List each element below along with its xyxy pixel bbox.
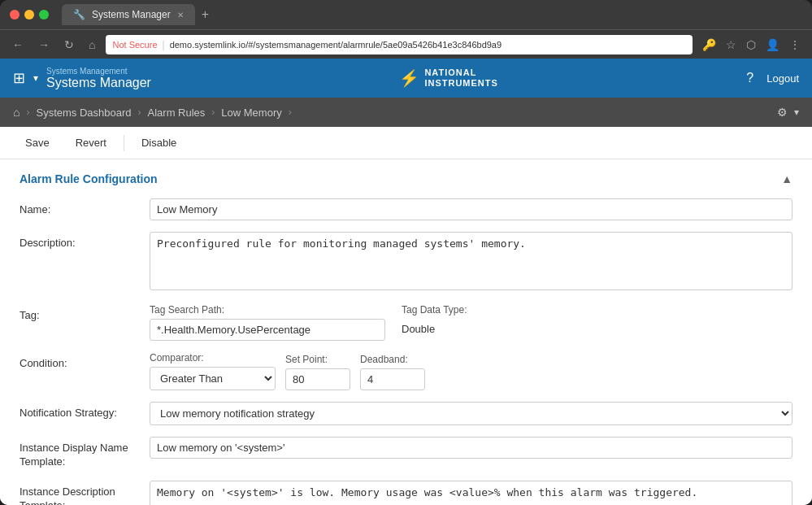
tag-search-path-label: Tag Search Path: — [150, 304, 385, 316]
nav-caret-icon[interactable]: ▾ — [33, 72, 38, 84]
tab-favicon: 🔧 — [73, 9, 85, 20]
set-point-col: Set Point: — [285, 354, 350, 390]
name-input[interactable] — [150, 198, 792, 220]
breadcrumb-systems-dashboard[interactable]: Systems Dashboard — [36, 107, 131, 119]
name-label: Name: — [20, 198, 150, 215]
tag-search-path-input[interactable] — [150, 319, 385, 341]
notification-strategy-control: Low memory notification strategy — [150, 402, 792, 425]
app-content: ⊞ ▾ Systems Management Systems Manager ⚡… — [0, 59, 812, 505]
form-area: Alarm Rule Configuration ▲ Name: Descrip… — [0, 159, 812, 505]
app-header-right: ? Logout — [746, 71, 799, 85]
logout-button[interactable]: Logout — [766, 72, 799, 85]
tag-fields-row: Tag Search Path: Tag Data Type: Double — [150, 304, 792, 341]
app-header-left: ⊞ ▾ Systems Management Systems Manager — [13, 67, 151, 90]
condition-row: Condition: Comparator: Greater Than Less… — [20, 352, 792, 390]
reload-button[interactable]: ↻ — [60, 37, 78, 53]
notification-strategy-label: Notification Strategy: — [20, 402, 150, 419]
url-display: demo.systemlink.io/#/systemsmanagement/a… — [170, 40, 502, 50]
condition-fields-row: Comparator: Greater Than Less Than Equal… — [150, 352, 792, 390]
instance-description-row: Instance Description Template: Memory on… — [20, 481, 792, 505]
deadband-col: Deadband: — [360, 354, 425, 390]
new-tab-button[interactable]: + — [202, 7, 209, 22]
extensions-icon[interactable]: ⬡ — [743, 37, 759, 53]
app-header-center: ⚡ NATIONAL INSTRUMENTS — [151, 67, 746, 89]
description-control: Preconfigured rule for monitoring manage… — [150, 232, 792, 293]
key-icon: 🔑 — [699, 37, 719, 53]
instance-description-textarea[interactable]: Memory on '<system>' is low. Memory usag… — [150, 481, 792, 505]
main-content: Save Revert Disable Alarm Rule Configura… — [0, 127, 812, 505]
tag-data-type-label: Tag Data Type: — [402, 304, 467, 316]
tab-bar: 🔧 Systems Manager ✕ + — [62, 4, 802, 25]
settings-caret-icon[interactable]: ▾ — [794, 107, 799, 118]
breadcrumb-sep-4: › — [289, 107, 292, 118]
systems-management-label: Systems Management — [46, 67, 151, 76]
browser-window: 🔧 Systems Manager ✕ + ← → ↻ ⌂ Not Secure… — [0, 0, 812, 505]
comparator-col: Comparator: Greater Than Less Than Equal… — [150, 352, 276, 390]
breadcrumb-right: ⚙ ▾ — [777, 106, 799, 119]
ni-logo: ⚡ NATIONAL INSTRUMENTS — [399, 67, 497, 89]
bookmark-icon[interactable]: ☆ — [723, 37, 740, 53]
deadband-label: Deadband: — [360, 354, 425, 365]
settings-gear-icon[interactable]: ⚙ — [777, 106, 788, 119]
user-icon[interactable]: 👤 — [762, 37, 783, 53]
description-row: Description: Preconfigured rule for moni… — [20, 232, 792, 293]
tag-label: Tag: — [20, 304, 150, 321]
close-window-button[interactable] — [10, 10, 20, 20]
breadcrumb-bar: ⌂ › Systems Dashboard › Alarm Rules › Lo… — [0, 98, 812, 127]
breadcrumb-sep-3: › — [211, 107, 215, 118]
deadband-input[interactable] — [360, 368, 425, 390]
browser-toolbar-icons: 🔑 ☆ ⬡ 👤 ⋮ — [699, 37, 804, 53]
forward-button[interactable]: → — [34, 37, 54, 53]
tag-row: Tag: Tag Search Path: Tag Data Type: Dou… — [20, 304, 792, 341]
breadcrumb-alarm-rules[interactable]: Alarm Rules — [148, 107, 206, 119]
grid-icon[interactable]: ⊞ — [13, 69, 25, 87]
instance-description-control: Memory on '<system>' is low. Memory usag… — [150, 481, 792, 505]
browser-toolbar: ← → ↻ ⌂ Not Secure | demo.systemlink.io/… — [0, 29, 812, 59]
revert-button[interactable]: Revert — [63, 133, 119, 153]
instance-display-row: Instance Display Name Template: — [20, 437, 792, 469]
set-point-input[interactable] — [285, 368, 350, 390]
name-row: Name: — [20, 198, 792, 220]
home-button[interactable]: ⌂ — [85, 37, 99, 53]
minimize-window-button[interactable] — [24, 10, 34, 20]
app-title: Systems Manager — [46, 76, 151, 90]
instance-display-label: Instance Display Name Template: — [20, 437, 150, 469]
tag-control: Tag Search Path: Tag Data Type: Double — [150, 304, 792, 341]
instance-display-control — [150, 437, 792, 459]
notification-strategy-select[interactable]: Low memory notification strategy — [150, 402, 792, 425]
content-toolbar: Save Revert Disable — [0, 127, 812, 159]
condition-label: Condition: — [20, 352, 150, 369]
tag-data-type-col: Tag Data Type: Double — [402, 304, 467, 341]
ni-logo-text-instruments: INSTRUMENTS — [424, 78, 497, 89]
address-bar[interactable]: Not Secure | demo.systemlink.io/#/system… — [106, 35, 693, 54]
description-label: Description: — [20, 232, 150, 249]
traffic-lights — [10, 10, 49, 20]
set-point-label: Set Point: — [285, 354, 350, 365]
breadcrumb-low-memory: Low Memory — [221, 107, 281, 119]
notification-strategy-row: Notification Strategy: Low memory notifi… — [20, 402, 792, 425]
breadcrumb-sep-2: › — [138, 107, 141, 118]
app-header: ⊞ ▾ Systems Management Systems Manager ⚡… — [0, 59, 812, 98]
tab-title: Systems Manager — [92, 9, 171, 20]
comparator-select[interactable]: Greater Than Less Than Equal To Not Equa… — [150, 367, 276, 390]
breadcrumb-home-icon[interactable]: ⌂ — [13, 106, 20, 119]
browser-titlebar: 🔧 Systems Manager ✕ + — [0, 0, 812, 29]
description-textarea[interactable]: Preconfigured rule for monitoring manage… — [150, 232, 792, 290]
toolbar-divider — [124, 135, 124, 151]
help-button[interactable]: ? — [746, 71, 753, 85]
condition-control: Comparator: Greater Than Less Than Equal… — [150, 352, 792, 390]
menu-icon[interactable]: ⋮ — [786, 37, 804, 53]
instance-display-input[interactable] — [150, 437, 792, 459]
back-button[interactable]: ← — [8, 37, 28, 53]
save-button[interactable]: Save — [13, 133, 62, 153]
active-tab[interactable]: 🔧 Systems Manager ✕ — [62, 4, 195, 25]
name-control — [150, 198, 792, 220]
app-title-group: Systems Management Systems Manager — [46, 67, 151, 90]
collapse-button[interactable]: ▲ — [781, 172, 792, 185]
ni-logo-text-national: NATIONAL — [424, 67, 497, 78]
ni-logo-icon: ⚡ — [399, 68, 419, 88]
maximize-window-button[interactable] — [39, 10, 49, 20]
disable-button[interactable]: Disable — [129, 133, 189, 153]
tab-close-button[interactable]: ✕ — [177, 11, 184, 20]
instance-description-label: Instance Description Template: — [20, 481, 150, 505]
